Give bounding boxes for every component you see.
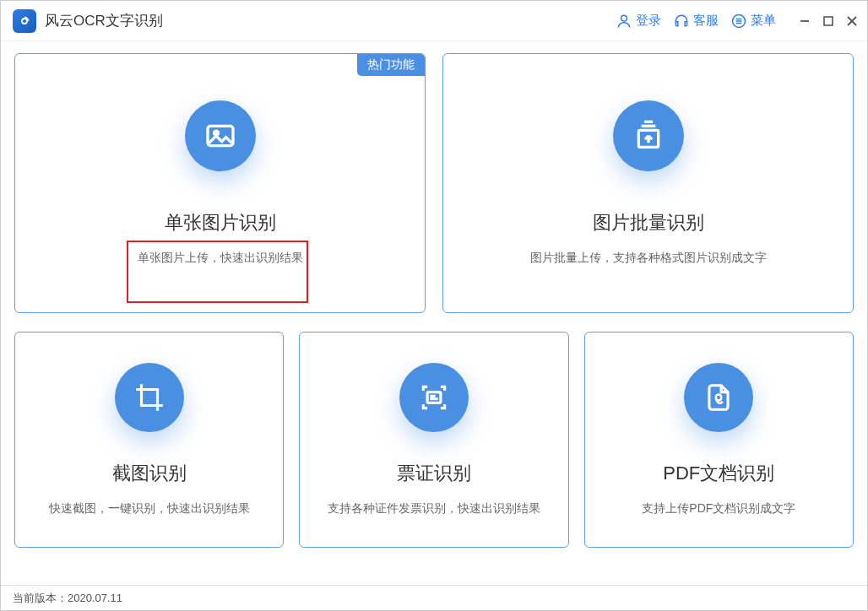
- support-label: 客服: [693, 13, 719, 29]
- image-icon: [185, 100, 256, 171]
- statusbar: 当前版本：2020.07.11: [1, 585, 867, 610]
- upload-stack-icon: [613, 100, 684, 171]
- menu-button[interactable]: 菜单: [730, 13, 776, 30]
- crop-icon: [115, 363, 184, 432]
- user-icon: [616, 13, 632, 30]
- titlebar-actions: 登录 客服 菜单: [616, 13, 859, 30]
- app-title: 风云OCR文字识别: [45, 11, 163, 30]
- card-screenshot[interactable]: 截图识别 快速截图，一键识别，快速出识别结果: [14, 332, 284, 548]
- close-button[interactable]: [845, 14, 859, 28]
- login-label: 登录: [636, 13, 661, 29]
- card-title: 图片批量识别: [593, 210, 704, 235]
- app-logo-icon: [13, 9, 36, 33]
- menu-label: 菜单: [751, 13, 776, 29]
- card-batch-image[interactable]: 图片批量识别 图片批量上传，支持各种格式图片识别成文字: [442, 53, 854, 313]
- titlebar: 风云OCR文字识别 登录 客服: [1, 1, 867, 41]
- login-button[interactable]: 登录: [616, 13, 661, 30]
- version-value: 2020.07.11: [68, 592, 122, 604]
- window-controls: [798, 14, 859, 28]
- hot-badge: 热门功能: [357, 54, 425, 76]
- version-label: 当前版本：: [13, 591, 68, 606]
- card-desc: 支持各种证件发票识别，快速出识别结果: [328, 501, 540, 516]
- card-ticket[interactable]: 票证识别 支持各种证件发票识别，快速出识别结果: [299, 332, 568, 548]
- card-single-image[interactable]: 热门功能 单张图片识别 单张图片上传，快速出识别结果: [14, 53, 426, 313]
- app-window: 风云OCR文字识别 登录 客服: [0, 0, 868, 611]
- card-title: 截图识别: [112, 461, 187, 486]
- svg-point-0: [22, 19, 27, 24]
- card-desc: 快速截图，一键识别，快速出识别结果: [49, 501, 250, 516]
- pdf-icon: [684, 363, 753, 432]
- card-desc: 支持上传PDF文档识别成文字: [642, 501, 795, 516]
- card-title: PDF文档识别: [663, 461, 774, 486]
- headset-icon: [673, 13, 690, 30]
- support-button[interactable]: 客服: [673, 13, 719, 30]
- svg-point-1: [621, 15, 627, 21]
- card-title: 票证识别: [397, 461, 471, 486]
- card-pdf[interactable]: PDF文档识别 支持上传PDF文档识别成文字: [584, 332, 854, 548]
- svg-rect-7: [824, 17, 833, 25]
- maximize-button[interactable]: [822, 14, 835, 28]
- card-title: 单张图片识别: [165, 210, 276, 235]
- card-desc: 图片批量上传，支持各种格式图片识别成文字: [530, 251, 767, 266]
- menu-icon: [730, 13, 747, 30]
- scan-doc-icon: [399, 363, 469, 432]
- svg-rect-10: [208, 126, 233, 145]
- main-content: 热门功能 单张图片识别 单张图片上传，快速出识别结果: [1, 41, 867, 585]
- card-desc: 单张图片上传，快速出识别结果: [138, 251, 303, 266]
- minimize-button[interactable]: [798, 14, 811, 28]
